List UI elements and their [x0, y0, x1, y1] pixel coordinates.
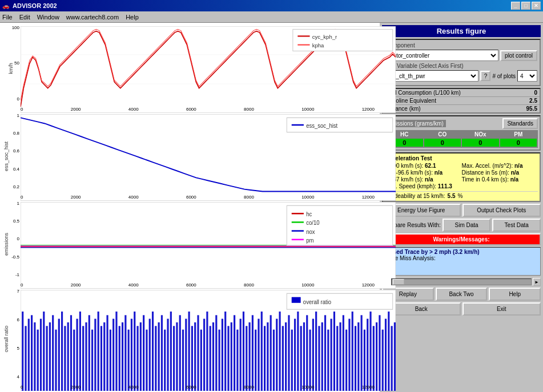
message-line1: Missed Trace by > 2 mph (3.2 km/h) [384, 249, 539, 255]
back-two-button[interactable]: Back Two [436, 288, 488, 301]
svg-rect-144 [373, 326, 375, 391]
svg-rect-129 [327, 329, 329, 391]
right-panel: Results figure Component motor_controlle… [380, 23, 543, 392]
svg-rect-72 [155, 326, 156, 391]
minimize-button[interactable]: _ [511, 2, 520, 10]
app-title: ADVISOR 2002 [13, 2, 57, 9]
svg-rect-101 [243, 312, 244, 391]
svg-rect-133 [339, 322, 341, 391]
test-data-button[interactable]: Test Data [492, 219, 541, 232]
plot-variable-dropdown[interactable]: mc_clt_th_pwr [385, 70, 478, 82]
menu-file[interactable]: File [2, 14, 13, 21]
svg-rect-46 [76, 318, 78, 391]
results-title: Results figure [382, 25, 541, 37]
svg-rect-90 [210, 326, 211, 391]
accel-max-speed-label: Max. Speed (kmph): 111.3 [385, 183, 461, 189]
svg-rect-115 [285, 322, 287, 391]
svg-rect-140 [361, 315, 363, 391]
scrollbar-thumb[interactable] [393, 279, 404, 285]
svg-rect-60 [119, 326, 120, 391]
svg-rect-83 [188, 312, 190, 391]
standards-button[interactable]: Standards [502, 118, 538, 129]
svg-rect-3 [293, 29, 393, 51]
svg-rect-102 [246, 326, 247, 391]
svg-rect-149 [388, 312, 389, 391]
svg-rect-29 [25, 326, 26, 391]
svg-rect-106 [258, 318, 259, 391]
close-button[interactable]: ✕ [532, 2, 541, 10]
help-button[interactable]: Help [489, 288, 541, 301]
svg-rect-134 [343, 315, 344, 391]
plot-variable-label: Plot Variable (Select Axis First) [385, 63, 537, 69]
sim-data-button[interactable]: Sim Data [443, 219, 491, 232]
svg-rect-87 [200, 329, 202, 391]
chart3-y-label: emissions [3, 233, 9, 256]
svg-text:co/10: co/10 [306, 219, 319, 227]
svg-rect-42 [64, 326, 66, 391]
svg-rect-84 [191, 326, 193, 391]
chart4-svg: overall ratio [21, 290, 396, 391]
menu-window[interactable]: Window [37, 14, 59, 21]
component-label: Component [385, 42, 537, 49]
svg-text:nox: nox [306, 228, 315, 235]
accel-0-100-label: 0-100 km/h (s): 62.1 [385, 163, 461, 169]
chart1-x-axis: 020004000600080001000012000 [21, 107, 375, 112]
gasoline-equivalent-label: Gasoline Equivalent [385, 98, 514, 104]
svg-rect-138 [355, 326, 356, 391]
bottom-buttons-row2: Back Exit [382, 302, 541, 316]
svg-rect-142 [367, 318, 368, 391]
svg-rect-57 [110, 329, 111, 391]
svg-rect-44 [70, 315, 72, 391]
component-dropdown[interactable]: motor_controller engine fuel_converter b… [385, 50, 498, 61]
chart4-x-axis: 020004000600080001000012000 [21, 385, 375, 390]
scrollbar-track[interactable] [391, 278, 532, 285]
svg-rect-109 [267, 322, 268, 391]
output-check-plots-button[interactable]: Output Check Plots [462, 204, 541, 217]
svg-rect-68 [143, 315, 144, 391]
svg-rect-131 [333, 312, 335, 391]
figure-buttons-row: Energy Use Figure Output Check Plots [382, 204, 541, 217]
svg-rect-45 [73, 329, 75, 391]
svg-rect-41 [61, 312, 63, 391]
svg-rect-71 [152, 312, 154, 391]
svg-rect-28 [22, 312, 23, 391]
accel-0-137-label: 0-137 km/h (s): n/a [385, 176, 461, 183]
svg-rect-30 [28, 318, 30, 391]
svg-rect-64 [131, 318, 132, 391]
svg-rect-153 [292, 297, 301, 302]
emissions-pm-value: 0 [500, 139, 537, 147]
svg-rect-58 [112, 318, 114, 391]
plot-control-button[interactable]: plot control [500, 50, 537, 61]
exit-button[interactable]: Exit [462, 302, 541, 316]
question-button[interactable]: ? [480, 71, 490, 81]
svg-rect-112 [276, 318, 277, 391]
emissions-nox-label: NOx [462, 131, 499, 138]
svg-rect-75 [164, 329, 166, 391]
svg-rect-53 [98, 312, 99, 391]
svg-rect-32 [34, 322, 35, 391]
message-line2: Trace Miss Analysis: [384, 255, 539, 261]
svg-rect-125 [315, 312, 317, 391]
svg-rect-120 [300, 326, 302, 391]
fuel-consumption-value: 0 [514, 90, 537, 96]
fuel-consumption-label: Fuel Consumption (L/100 km) [385, 90, 514, 96]
window-controls[interactable]: _ □ ✕ [511, 2, 541, 10]
scroll-right-button[interactable]: ► [533, 278, 541, 286]
svg-rect-33 [37, 329, 39, 391]
svg-rect-146 [379, 315, 380, 391]
menu-edit[interactable]: Edit [19, 14, 30, 21]
menu-website[interactable]: www.cartech8.com [66, 14, 119, 21]
svg-rect-89 [206, 312, 208, 391]
menu-help[interactable]: Help [126, 14, 139, 21]
app-icon: 🚗 [2, 3, 9, 9]
messages-box: Missed Trace by > 2 mph (3.2 km/h) Trace… [382, 247, 541, 276]
maximize-button[interactable]: □ [521, 2, 530, 10]
nplots-dropdown[interactable]: 4 1 2 3 [517, 70, 537, 82]
emissions-co-label: CO [424, 131, 461, 138]
warnings-button[interactable]: Warnings/Messages: [382, 233, 541, 245]
svg-text:kpha: kpha [312, 42, 324, 49]
svg-rect-76 [167, 318, 168, 391]
svg-rect-132 [336, 326, 338, 391]
svg-rect-56 [106, 315, 108, 391]
svg-rect-59 [115, 312, 117, 391]
